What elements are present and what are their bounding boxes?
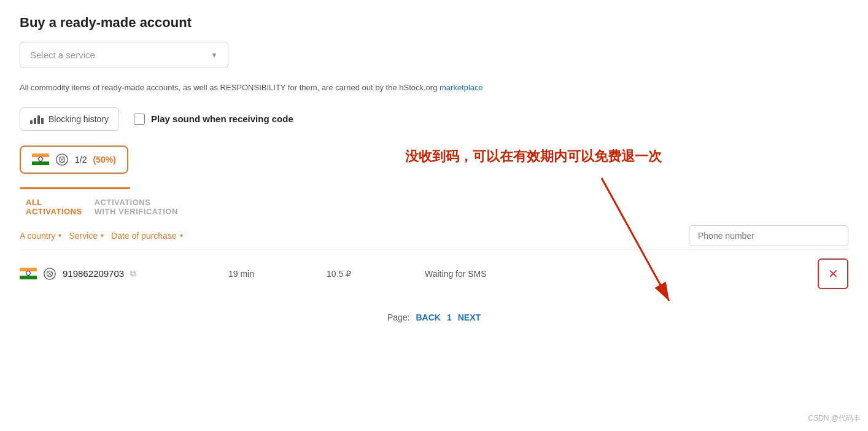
row-openai-icon	[43, 267, 56, 281]
cancel-button[interactable]: ✕	[818, 258, 848, 289]
tab-activations-with-verification[interactable]: ACTIVATIONS WITH VERIFICATION	[88, 194, 184, 220]
csdn-label: CSDN @代码丰	[808, 413, 861, 424]
current-page: 1	[447, 313, 452, 322]
service-select-dropdown[interactable]: Select a service ▼	[20, 42, 228, 68]
sound-checkbox[interactable]	[134, 114, 145, 125]
tab-all-activations[interactable]: ALL ACTIVATIONS	[20, 194, 88, 220]
page-label: Page:	[387, 313, 410, 322]
sound-label: Play sound when receiving code	[151, 114, 293, 124]
phone-number: 919862209703	[63, 268, 124, 279]
tab-underline	[20, 187, 130, 189]
back-page-link[interactable]: BACK	[416, 313, 441, 322]
row-india-flag-icon	[20, 268, 37, 280]
copy-icon[interactable]: ⧉	[130, 268, 136, 279]
tab-count: 1/2	[75, 155, 87, 165]
col-status: Waiting for SMS	[425, 269, 818, 279]
marketplace-link[interactable]: marketplace	[440, 83, 483, 92]
pagination-row: Page: BACK 1 NEXT	[20, 313, 848, 322]
phone-number-input[interactable]	[689, 225, 848, 246]
blocking-history-button[interactable]: Blocking history	[20, 107, 119, 131]
col-identity: 919862209703 ⧉	[20, 267, 228, 281]
openai-icon	[55, 153, 69, 166]
service-chevron-icon: ▾	[101, 232, 104, 239]
chevron-down-icon: ▼	[211, 51, 218, 60]
service-filter-button[interactable]: Service ▾	[69, 231, 104, 241]
toolbar-row: Blocking history Play sound when receivi…	[20, 107, 848, 131]
tab-percent: (50%)	[93, 155, 115, 165]
info-text: All commodity items of ready-made accoun…	[20, 82, 572, 94]
filters-row: A country ▾ Service ▾ Date of purchase ▾	[20, 231, 848, 241]
col-action: ✕	[818, 258, 848, 289]
page-title: Buy a ready-made account	[20, 15, 848, 31]
bar-chart-icon	[30, 114, 44, 124]
country-chevron-icon: ▾	[58, 232, 61, 239]
date-filter-button[interactable]: Date of purchase ▾	[111, 231, 183, 241]
country-filter-button[interactable]: A country ▾	[20, 231, 61, 241]
next-page-link[interactable]: NEXT	[458, 313, 481, 322]
india-flag-icon	[32, 153, 49, 166]
col-time: 19 min	[228, 269, 327, 279]
date-chevron-icon: ▾	[180, 232, 183, 239]
sound-checkbox-row: Play sound when receiving code	[134, 114, 293, 125]
activations-tabs: ALL ACTIVATIONS ACTIVATIONS WITH VERIFIC…	[20, 194, 848, 220]
tab-card[interactable]: 1/2 (50%)	[20, 146, 128, 174]
service-select-placeholder: Select a service	[30, 50, 95, 60]
table-row: 919862209703 ⧉ 19 min 10.5 ₽ Waiting for…	[20, 249, 848, 298]
col-price: 10.5 ₽	[327, 269, 425, 279]
